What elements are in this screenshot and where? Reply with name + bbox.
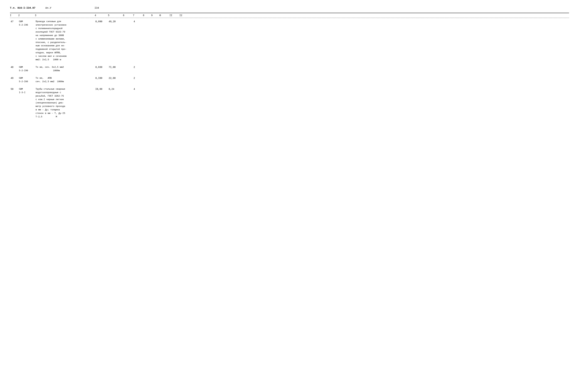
row-47-code: СШМ 5-2-I96 [18,20,35,27]
row-47-col5: 49,20 [108,20,123,24]
col-header-12: I2 [179,14,189,17]
row-50-col6 [123,87,133,88]
row-50-col9 [151,87,159,88]
row-49-desc: То же, АПВ сеч. 2х2,5 мм2 1000м [35,76,95,84]
row-49-col6 [123,76,133,77]
table-body: 47 СШМ 5-2-I96 Провода силовые для элект… [10,20,569,119]
row-47-col6 [123,20,133,20]
row-47-num: 47 [10,20,18,24]
col-header-10: Ю [159,14,169,17]
column-headers: I 2 3 4 5 6 7 8 9 Ю II I2 [10,13,569,18]
row-50-num: 50 [10,87,18,91]
row-47-col11 [169,20,179,20]
col-header-9: 9 [151,14,159,17]
col-header-6: 6 [123,14,133,17]
row-50-col7: 4 [133,87,143,91]
row-49-col7: 2 [133,76,143,80]
row-50-col11 [169,87,179,88]
col-header-1: I [10,14,18,17]
row-49-col5: 22,00 [108,76,123,80]
row-47-col12 [179,20,189,20]
row-50-col4: I8,00 [95,87,108,91]
col-header-2: 2 [18,14,35,17]
row-48-code: СШМ 5-2-I99 [18,65,35,73]
row-47-col8 [143,20,151,20]
row-49-col11 [169,76,179,77]
table-row: 49 СШМ 5-2-I66 То же, АПВ сеч. 2х2,5 мм2… [10,76,569,84]
page-num: I34 [94,7,99,9]
row-47-col7: 4 [133,20,143,24]
page-header: Т.п. 816-I-I34.87 Ал.У I34 [10,7,569,9]
row-50-code: СШМ I-3-I [18,87,35,95]
row-48-num: 48 [10,65,18,69]
row-48-col10 [159,65,169,66]
row-50-col5: 0,24 [108,87,123,91]
row-49-col12 [179,76,189,77]
series: Ал.У [45,7,51,9]
row-49-col4: 0,I00 [95,76,108,80]
row-48-col4: 0,030 [95,65,108,69]
row-48-col5: 7I,00 [108,65,123,69]
row-49-col9 [151,76,159,77]
row-48-col7: 2 [133,65,143,69]
row-50-desc: Трубы стальные сварные водогазопроводные… [35,87,95,119]
row-47-col4: 0,090 [95,20,108,24]
row-49-col8 [143,76,151,77]
col-header-3: 3 [35,14,95,17]
row-50-col12 [179,87,189,88]
row-50-col10 [159,87,169,88]
row-47-desc: Провода силовые для электрических устано… [35,20,95,62]
col-header-8: 8 [143,14,151,17]
row-47-col9 [151,20,159,20]
row-48-col6 [123,65,133,66]
table-row: 50 СШМ I-3-I Трубы стальные сварные водо… [10,87,569,119]
row-48-col9 [151,65,159,66]
col-header-4: 4 [95,14,108,17]
row-48-desc: То же, сеч. 3х2,5 мм2 1000м [35,65,95,73]
row-50-col8 [143,87,151,88]
col-header-5: 5 [108,14,123,17]
row-48-col11 [169,65,179,66]
row-49-col10 [159,76,169,77]
col-header-11: II [169,14,179,17]
row-47-col10 [159,20,169,20]
row-49-code: СШМ 5-2-I66 [18,76,35,84]
row-48-col8 [143,65,151,66]
row-49-num: 49 [10,76,18,80]
doc-type: Т.п. 816-I-I34.87 [10,7,35,9]
table-row: 47 СШМ 5-2-I96 Провода силовые для элект… [10,20,569,62]
col-header-7: 7 [133,14,143,17]
row-48-col12 [179,65,189,66]
table-row: 48 СШМ 5-2-I99 То же, сеч. 3х2,5 мм2 100… [10,65,569,73]
